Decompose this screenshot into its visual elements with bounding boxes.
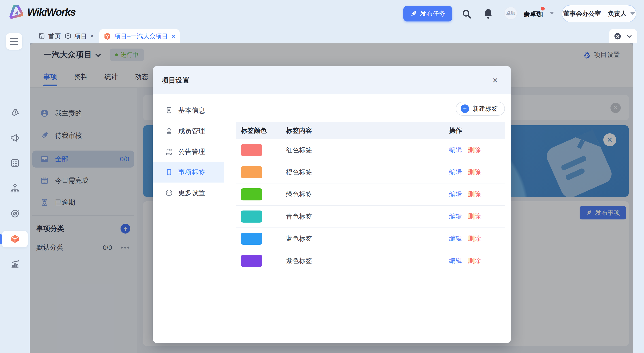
delete-label-link[interactable]: 删除 bbox=[468, 146, 481, 155]
modal-header: 项目设置 × bbox=[153, 66, 511, 94]
modal-nav-announcements[interactable]: 公告管理 bbox=[153, 141, 224, 162]
label-color-cell bbox=[236, 233, 286, 245]
notifications-button[interactable] bbox=[482, 8, 494, 20]
modal-nav-more-settings[interactable]: 更多设置 bbox=[153, 183, 224, 203]
label-row: 红色标签 编辑 删除 bbox=[236, 139, 505, 161]
col-header-color: 标签颜色 bbox=[236, 126, 286, 135]
project-settings-modal: 项目设置 × 基本信息 成员管理 公告管理 bbox=[153, 66, 511, 343]
bookmark-icon bbox=[165, 168, 173, 176]
label-color-cell bbox=[236, 144, 286, 156]
label-name: 橙色标签 bbox=[286, 168, 449, 177]
modal-nav-members[interactable]: 成员管理 bbox=[153, 121, 224, 141]
delete-label-link[interactable]: 删除 bbox=[468, 234, 481, 243]
tab-project-faw-vw[interactable]: 项目–一汽大众项目 × bbox=[99, 29, 180, 43]
avatar-initials: 卓珈 bbox=[506, 10, 515, 16]
edit-label-link[interactable]: 编辑 bbox=[449, 234, 462, 243]
rail-workspace-icon[interactable] bbox=[0, 103, 30, 123]
publish-task-button[interactable]: 发布任务 bbox=[404, 6, 452, 22]
rail-projects-cube-icon[interactable] bbox=[0, 229, 30, 249]
modal-nav-basic-info-label: 基本信息 bbox=[178, 106, 205, 115]
more-settings-icon bbox=[165, 189, 173, 197]
modal-title: 项目设置 bbox=[162, 76, 190, 85]
label-actions: 编辑 删除 bbox=[449, 190, 505, 199]
label-color-swatch bbox=[241, 188, 262, 200]
label-color-cell bbox=[236, 188, 286, 200]
rocket-icon bbox=[410, 10, 417, 17]
labels-table: 标签颜色 标签内容 操作 红色标签 编辑 删除 bbox=[236, 122, 505, 272]
member-icon bbox=[165, 127, 173, 135]
tab-home[interactable]: 首页 bbox=[38, 29, 61, 43]
plus-icon: + bbox=[461, 105, 469, 113]
label-name: 绿色标签 bbox=[286, 190, 449, 199]
label-name: 红色标签 bbox=[286, 146, 449, 155]
label-row: 绿色标签 编辑 删除 bbox=[236, 183, 505, 206]
bell-icon bbox=[483, 8, 493, 19]
receipt-icon bbox=[165, 107, 173, 114]
label-row: 蓝色标签 编辑 删除 bbox=[236, 228, 505, 250]
label-color-cell bbox=[236, 166, 286, 178]
modal-nav: 基本信息 成员管理 公告管理 事项标签 bbox=[153, 94, 224, 343]
workspace-selector[interactable]: 董事会办公室 – 负责人 bbox=[562, 5, 636, 22]
new-label-button[interactable]: + 新建标签 bbox=[456, 102, 505, 116]
brand-name: WikiWorks bbox=[27, 6, 76, 18]
label-name: 紫色标签 bbox=[286, 256, 449, 265]
user-menu-caret-icon[interactable] bbox=[550, 12, 554, 15]
modal-nav-members-label: 成员管理 bbox=[178, 127, 205, 136]
label-color-swatch bbox=[241, 166, 262, 178]
close-all-tabs-icon[interactable] bbox=[614, 33, 622, 40]
delete-label-link[interactable]: 删除 bbox=[468, 168, 481, 177]
tabbar-controls bbox=[609, 29, 637, 43]
label-actions: 编辑 删除 bbox=[449, 146, 505, 155]
edit-label-link[interactable]: 编辑 bbox=[449, 190, 462, 199]
label-actions: 编辑 删除 bbox=[449, 256, 505, 265]
delete-label-link[interactable]: 删除 bbox=[468, 212, 481, 221]
rail-stats-icon[interactable] bbox=[0, 254, 30, 274]
rail-checklist-icon[interactable] bbox=[0, 153, 30, 173]
home-tab-icon bbox=[38, 33, 46, 40]
label-row: 青色标签 编辑 删除 bbox=[236, 206, 505, 228]
modal-close-icon[interactable]: × bbox=[490, 75, 501, 86]
user-name[interactable]: 秦卓珈 bbox=[524, 10, 543, 19]
col-header-actions: 操作 bbox=[449, 126, 505, 135]
label-color-swatch bbox=[241, 233, 262, 245]
tab-projects[interactable]: 项目 × bbox=[64, 29, 94, 43]
search-button[interactable] bbox=[461, 8, 472, 20]
label-color-cell bbox=[236, 255, 286, 267]
rail-target-icon[interactable] bbox=[0, 204, 30, 224]
edit-label-link[interactable]: 编辑 bbox=[449, 168, 462, 177]
delete-label-link[interactable]: 删除 bbox=[468, 190, 481, 199]
edit-label-link[interactable]: 编辑 bbox=[449, 146, 462, 155]
modal-nav-item-labels-label: 事项标签 bbox=[178, 168, 205, 177]
tab-projects-close-icon[interactable]: × bbox=[90, 33, 94, 40]
label-color-cell bbox=[236, 210, 286, 223]
tab-active-close-icon[interactable]: × bbox=[171, 33, 176, 40]
edit-label-link[interactable]: 编辑 bbox=[449, 212, 462, 221]
app-logo[interactable]: WikiWorks bbox=[9, 5, 76, 19]
search-icon bbox=[462, 9, 472, 19]
left-icon-rail bbox=[0, 43, 30, 353]
workspace-caret-icon bbox=[630, 12, 635, 15]
chevron-down-icon[interactable] bbox=[626, 33, 632, 40]
rail-sitemap-icon[interactable] bbox=[0, 178, 30, 198]
label-color-swatch bbox=[241, 144, 262, 156]
tab-active-label: 项目–一汽大众项目 bbox=[114, 32, 168, 41]
new-label-button-text: 新建标签 bbox=[473, 105, 498, 113]
tab-home-label: 首页 bbox=[48, 32, 61, 41]
active-cube-icon bbox=[103, 32, 111, 40]
user-avatar[interactable]: 卓珈 bbox=[504, 7, 517, 20]
label-name: 青色标签 bbox=[286, 212, 449, 221]
modal-nav-basic-info[interactable]: 基本信息 bbox=[153, 100, 224, 121]
label-actions: 编辑 删除 bbox=[449, 212, 505, 221]
label-color-swatch bbox=[241, 210, 262, 223]
edit-label-link[interactable]: 编辑 bbox=[449, 256, 462, 265]
logo-icon bbox=[9, 5, 23, 19]
label-color-swatch bbox=[241, 255, 262, 267]
label-actions: 编辑 删除 bbox=[449, 234, 505, 243]
rail-announce-icon[interactable] bbox=[0, 128, 30, 148]
col-header-content: 标签内容 bbox=[286, 126, 449, 135]
modal-nav-item-labels[interactable]: 事项标签 bbox=[153, 162, 224, 183]
label-row: 橙色标签 编辑 删除 bbox=[236, 161, 505, 183]
delete-label-link[interactable]: 删除 bbox=[468, 256, 481, 265]
tab-projects-label: 项目 bbox=[74, 32, 87, 41]
modal-nav-announcements-label: 公告管理 bbox=[178, 147, 205, 156]
